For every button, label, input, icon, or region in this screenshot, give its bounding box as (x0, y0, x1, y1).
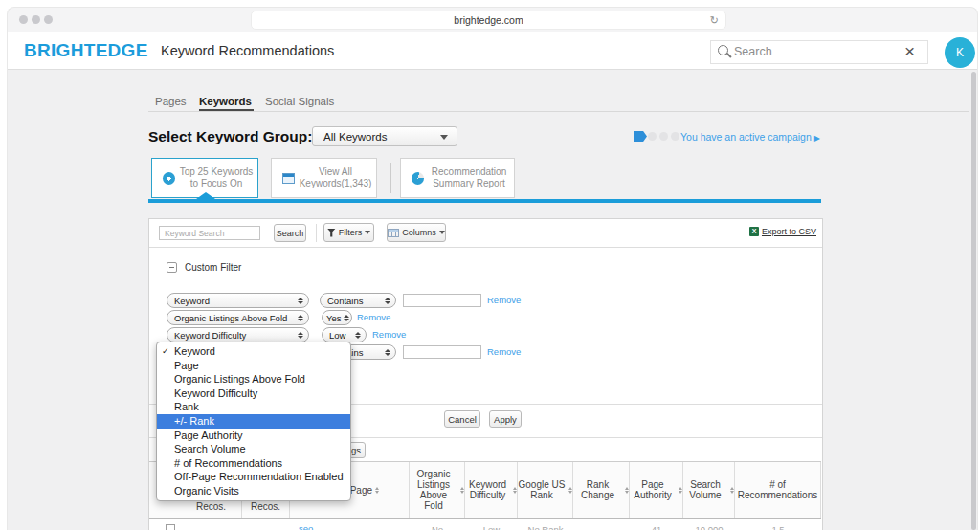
field-dropdown-menu: ✓KeywordPageOrganic Listings Above FoldK… (156, 342, 351, 501)
column-header[interactable]: Rank Change (573, 462, 630, 518)
menu-item[interactable]: Page Authority (157, 429, 350, 443)
scrollbar-thumb[interactable] (971, 72, 976, 530)
active-section-bar (148, 199, 821, 203)
excel-icon: X (749, 227, 759, 236)
menu-item[interactable]: Keyword Difficulty (157, 386, 350, 401)
sort-icon[interactable] (460, 487, 464, 494)
row-value: Low (483, 524, 500, 530)
app-header: BRIGHTEDGE Keyword Recommendations Searc… (8, 32, 977, 70)
checkmark-icon: ✓ (162, 344, 169, 359)
custom-filter-label: Custom Filter (185, 262, 241, 273)
keyword-group-select[interactable]: All Keywords (312, 126, 457, 146)
keyword-group-label: Select Keyword Group: (148, 128, 312, 145)
stepper-icon (385, 298, 390, 305)
chevron-down-icon (439, 231, 445, 234)
stepper-icon (355, 332, 361, 340)
url-text: brightedge.com (454, 14, 523, 26)
tab-keywords[interactable]: Keywords (199, 96, 252, 107)
row-value: 10,000 (695, 524, 723, 530)
filter-select[interactable]: Keyword Difficulty (167, 327, 309, 342)
stepper-icon (298, 332, 303, 340)
sort-icon[interactable] (568, 487, 572, 494)
toolbar-separator (316, 224, 317, 242)
stepper-icon (385, 349, 390, 357)
header-search-box[interactable]: Search × (710, 40, 928, 64)
view-card-2[interactable]: RecommendationSummary Report (400, 158, 515, 198)
view-card-label: View AllKeywords(1,343) (295, 166, 376, 190)
close-icon[interactable]: × (904, 41, 915, 62)
filter-select[interactable]: Contains (320, 293, 396, 308)
active-campaign-link[interactable]: You have an active campaign ▶ (680, 131, 820, 143)
menu-item[interactable]: Organic Listings Above Fold (157, 372, 350, 386)
row-value: No (432, 524, 443, 530)
menu-item[interactable]: ✓Keyword (157, 344, 350, 359)
collapse-icon[interactable] (167, 262, 177, 273)
stepper-icon (298, 315, 303, 322)
pie-icon (412, 172, 424, 185)
browser-window: brightedge.com ↻ BRIGHTEDGE Keyword Reco… (8, 8, 977, 530)
brightedge-logo: BRIGHTEDGE (24, 40, 148, 61)
remove-filter-link[interactable]: Remove (357, 312, 390, 322)
tab-social-signals[interactable]: Social Signals (265, 96, 334, 107)
column-header[interactable]: Google US Rank (518, 462, 573, 518)
sort-icon[interactable] (375, 487, 379, 494)
remove-filter-link[interactable]: Remove (372, 329, 406, 340)
chevron-down-icon (440, 135, 448, 140)
filter-select[interactable]: Keyword (167, 293, 309, 308)
search-button[interactable]: Search (274, 224, 306, 242)
filter-select[interactable]: Low (322, 327, 367, 342)
address-bar[interactable]: brightedge.com ↻ (251, 11, 726, 30)
keyword-link[interactable]: seo (299, 523, 313, 530)
step-dot (648, 132, 657, 141)
column-header[interactable]: Search Volume (683, 462, 735, 518)
cancel-button[interactable]: Cancel (444, 410, 480, 428)
row-value: 1.5 (771, 524, 784, 530)
remove-filter-link[interactable]: Remove (487, 295, 521, 305)
window-zoom-button[interactable] (44, 15, 53, 24)
window-close-button[interactable] (19, 15, 28, 24)
column-header[interactable]: Organic Listings Above Fold (410, 462, 465, 518)
reload-icon[interactable]: ↻ (710, 11, 719, 29)
menu-item[interactable]: +/- Rank (157, 414, 350, 429)
menu-item[interactable]: Rank (157, 400, 350, 414)
export-to-csv-link[interactable]: X Export to CSV (749, 227, 816, 236)
apply-button[interactable]: Apply (489, 410, 522, 428)
view-card-label: RecommendationSummary Report (424, 166, 514, 190)
sort-icon[interactable] (625, 487, 629, 494)
filter-value-input[interactable] (403, 294, 481, 307)
menu-item[interactable]: # of Recommendations (157, 456, 350, 471)
remove-filter-link[interactable]: Remove (487, 346, 521, 357)
menu-item[interactable]: Organic Visits (157, 484, 350, 498)
arrow-right-icon: ▶ (814, 134, 820, 143)
filter-select[interactable]: Organic Listings Above Fold (167, 310, 309, 325)
window-minimize-button[interactable] (32, 15, 40, 24)
column-header[interactable]: Page Authority (630, 462, 683, 518)
browser-chrome: brightedge.com ↻ (8, 8, 977, 33)
view-card-1[interactable]: View AllKeywords(1,343) (271, 158, 377, 198)
filter-select[interactable]: Yes (322, 310, 352, 325)
columns-icon (388, 229, 399, 237)
table-icon (282, 173, 295, 184)
column-header[interactable]: Keyword Difficulty (465, 462, 518, 518)
keyword-search-input[interactable] (159, 226, 260, 240)
menu-item[interactable]: Page (157, 359, 350, 373)
columns-button[interactable]: Columns (387, 223, 446, 242)
filters-button[interactable]: Filters (323, 223, 374, 242)
column-header[interactable]: # of Recommendations (735, 462, 821, 518)
chevron-down-icon (365, 231, 370, 234)
menu-item[interactable]: Off-Page Recommendation Enabled (157, 470, 350, 484)
custom-filter-header[interactable]: Custom Filter (167, 262, 241, 273)
row-checkbox[interactable] (166, 524, 175, 530)
sort-icon[interactable] (513, 487, 517, 494)
search-icon (718, 45, 728, 55)
sort-icon[interactable] (730, 487, 734, 494)
panel-toolbar: Search Filters Columns X Export to CSV (149, 219, 822, 248)
row-value: 41 (652, 524, 662, 530)
avatar[interactable]: K (945, 37, 975, 68)
tabs-divider (148, 111, 969, 112)
search-placeholder: Search (734, 45, 772, 58)
filter-value-input[interactable] (403, 345, 481, 359)
tab-pages[interactable]: Pages (155, 96, 187, 107)
menu-item[interactable]: Search Volume (157, 442, 350, 456)
sort-icon[interactable] (679, 487, 682, 494)
